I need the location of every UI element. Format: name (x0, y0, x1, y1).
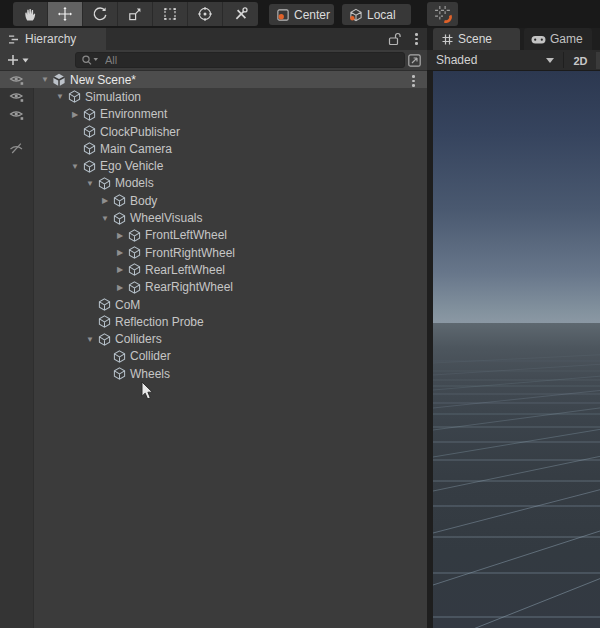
tree-row-label: Environment (100, 107, 167, 121)
tree-row-label: RearRightWheel (145, 280, 233, 294)
transform-tool[interactable] (188, 2, 223, 26)
eye-slot (0, 296, 34, 313)
foldout-closed-icon[interactable]: ▶ (113, 283, 127, 292)
tree-row-frontleftwheel[interactable]: ▶FrontLeftWheel (0, 227, 427, 244)
eye-slot (0, 279, 34, 296)
tree-row-rearleftwheel[interactable]: ▶RearLeftWheel (0, 261, 427, 278)
eye-icon[interactable] (0, 88, 34, 105)
tree-row-label: Colliders (115, 332, 162, 346)
search-input[interactable] (103, 53, 367, 67)
gameobject-cube-icon (97, 176, 111, 190)
custom-tool[interactable] (223, 2, 258, 26)
toggle-2d-label: 2D (573, 55, 587, 67)
gameobject-cube-icon (82, 107, 96, 121)
chevron-down-icon (22, 58, 29, 63)
foldout-open-icon[interactable]: ▼ (98, 214, 112, 223)
foldout-open-icon[interactable]: ▼ (38, 75, 52, 84)
rect-tool[interactable] (153, 2, 188, 26)
search-field[interactable] (75, 52, 405, 68)
tab-scene[interactable]: Scene (433, 28, 520, 50)
foldout-open-icon[interactable]: ▼ (83, 335, 97, 344)
gameobject-cube-icon (67, 90, 81, 104)
tree-row-wheelvisuals[interactable]: ▼WheelVisuals (0, 209, 427, 226)
lock-icon[interactable] (388, 32, 402, 46)
gameobject-cube-icon (127, 246, 141, 260)
tree-row-reflection-probe[interactable]: Reflection Probe (0, 313, 427, 330)
tree-row-environment[interactable]: ▶Environment (0, 106, 427, 123)
foldout-open-icon[interactable]: ▼ (53, 92, 67, 101)
tree-row-main-camera[interactable]: Main Camera (0, 140, 427, 157)
eye-icon[interactable] (0, 71, 34, 88)
toolbar-separator (563, 52, 564, 68)
wrench-icon (233, 6, 249, 22)
tree-row-com[interactable]: CoM (0, 296, 427, 313)
scene-options-icon[interactable] (412, 75, 415, 87)
tree-row-clockpublisher[interactable]: ClockPublisher (0, 123, 427, 140)
tree-row-frontrightwheel[interactable]: ▶FrontRightWheel (0, 244, 427, 261)
hierarchy-searchbar (0, 50, 427, 71)
foldout-closed-icon[interactable]: ▶ (113, 248, 127, 257)
tree-row-body[interactable]: ▶Body (0, 192, 427, 209)
scale-tool[interactable] (118, 2, 153, 26)
hierarchy-tree: ▼New Scene*▼Simulation▶EnvironmentClockP… (0, 71, 427, 628)
tree-row-simulation[interactable]: ▼Simulation (0, 88, 427, 105)
hierarchy-tabbar: Hierarchy (0, 28, 427, 50)
tab-hierarchy-label: Hierarchy (25, 32, 76, 46)
foldout-closed-icon[interactable]: ▶ (113, 265, 127, 274)
gameobject-cube-icon (97, 332, 111, 346)
grid-snap-button[interactable] (427, 2, 458, 26)
panel-menu-icon[interactable] (415, 33, 418, 45)
orientation-local-label: Local (367, 8, 396, 22)
search-window-icon[interactable] (407, 53, 422, 68)
toggle-2d-button[interactable]: 2D (568, 52, 593, 69)
tab-game[interactable]: Game (524, 28, 592, 50)
clipped-toolbar-button (596, 52, 600, 69)
scene-grid (433, 323, 600, 628)
gamepad-icon (531, 33, 546, 45)
gameobject-cube-icon (82, 159, 96, 173)
foldout-closed-icon[interactable]: ▶ (113, 231, 127, 240)
pivot-center-label: Center (294, 8, 330, 22)
search-icon (81, 54, 99, 66)
gameobject-cube-icon (112, 349, 126, 363)
tree-row-wheels[interactable]: Wheels (0, 365, 427, 382)
tree-row-label: Simulation (85, 90, 141, 104)
tree-row-new-scene[interactable]: ▼New Scene* (0, 71, 427, 88)
gameobject-cube-icon (112, 194, 126, 208)
tree-row-label: Collider (130, 349, 171, 363)
eye-slot (0, 330, 34, 347)
tree-row-label: Models (115, 176, 154, 190)
rotate-tool[interactable] (83, 2, 118, 26)
tree-row-colliders[interactable]: ▼Colliders (0, 330, 427, 347)
tree-row-label: FrontLeftWheel (145, 228, 227, 242)
pivot-center-button[interactable]: Center (269, 4, 334, 25)
tree-row-rearrightwheel[interactable]: ▶RearRightWheel (0, 279, 427, 296)
tree-row-label: Body (130, 194, 157, 208)
foldout-open-icon[interactable]: ▼ (68, 162, 82, 171)
tree-row-label: New Scene* (70, 73, 136, 87)
gameobject-cube-icon (127, 228, 141, 242)
move-tool[interactable] (48, 2, 83, 26)
scene-grid-icon (441, 33, 454, 46)
tree-row-models[interactable]: ▼Models (0, 175, 427, 192)
hand-tool[interactable] (13, 2, 48, 26)
tree-row-label: Reflection Probe (115, 315, 204, 329)
orientation-local-button[interactable]: Local (342, 4, 411, 25)
eye-slot (0, 157, 34, 174)
transform-tools-group (13, 2, 258, 26)
tree-row-ego-vehicle[interactable]: ▼Ego Vehicle (0, 157, 427, 174)
gameobject-cube-icon (112, 367, 126, 381)
foldout-closed-icon[interactable]: ▶ (68, 110, 82, 119)
unity-scene-icon (52, 73, 66, 87)
scene-view-toolbar: Shaded 2D (427, 50, 600, 71)
gameobject-cube-icon (97, 315, 111, 329)
foldout-open-icon[interactable]: ▼ (83, 179, 97, 188)
eye-icon[interactable] (0, 106, 34, 123)
eye-hidden-icon[interactable] (0, 140, 34, 157)
tree-row-collider[interactable]: Collider (0, 348, 427, 365)
create-object-button[interactable] (7, 54, 29, 66)
tab-hierarchy[interactable]: Hierarchy (0, 28, 106, 50)
shading-mode-dropdown[interactable]: Shaded (427, 50, 562, 70)
foldout-closed-icon[interactable]: ▶ (98, 196, 112, 205)
scene-viewport[interactable] (433, 71, 600, 628)
